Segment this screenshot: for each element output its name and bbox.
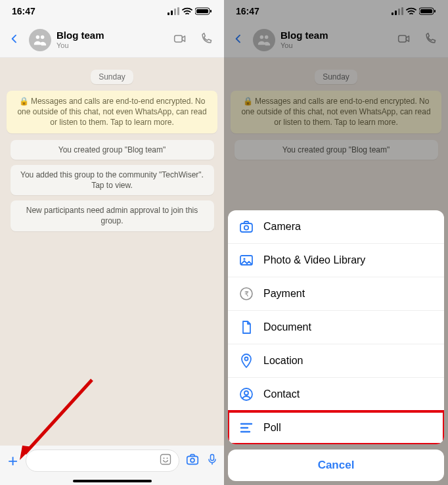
sheet-item-photo[interactable]: Photo & Video Library — [228, 244, 444, 277]
sheet-item-label: Contact — [263, 388, 300, 400]
e2e-notice[interactable]: 🔒 Messages and calls are end-to-end encr… — [7, 91, 217, 133]
sheet-item-document[interactable]: Document — [228, 311, 444, 344]
document-icon — [238, 319, 254, 335]
sheet-item-label: Poll — [263, 422, 281, 434]
video-call-button[interactable] — [171, 32, 189, 48]
back-button[interactable] — [5, 32, 24, 48]
sheet-item-label: Payment — [263, 288, 305, 300]
annotation-arrow — [13, 373, 99, 465]
wifi-icon — [182, 7, 192, 15]
contact-icon — [238, 386, 254, 402]
date-chip: Sunday — [315, 70, 357, 84]
signal-icon — [168, 7, 179, 15]
sheet-item-contact[interactable]: Contact — [228, 378, 444, 411]
chat-header: Blog team You — [0, 22, 224, 58]
status-bar: 16:47 — [224, 0, 448, 22]
voice-call-button — [423, 32, 437, 48]
location-icon — [238, 353, 254, 369]
camera-button[interactable] — [185, 452, 200, 469]
system-message: You created group "Blog team" — [235, 140, 438, 160]
chat-subtitle: You — [280, 41, 395, 49]
video-call-button — [395, 32, 413, 48]
highlight-annotation — [228, 410, 444, 444]
group-avatar — [253, 29, 275, 51]
chat-header: Blog team You — [224, 22, 448, 58]
sheet-item-poll[interactable]: Poll — [228, 411, 444, 444]
chat-body: Sunday 🔒 Messages and calls are end-to-e… — [224, 58, 448, 211]
chat-title: Blog team — [56, 30, 171, 41]
voice-call-button[interactable] — [199, 32, 213, 48]
sheet-item-label: Camera — [263, 221, 301, 233]
status-time: 16:47 — [12, 6, 35, 16]
system-message: You created group "Blog team" — [11, 140, 214, 160]
photo-icon — [238, 252, 254, 268]
chat-title-block[interactable]: Blog team You — [56, 30, 171, 49]
attachment-action-sheet: CameraPhoto & Video LibraryPaymentDocume… — [228, 210, 444, 481]
camera-icon — [238, 219, 254, 235]
screen-before: 16:47 Blog team You Sunday 🔒 Messages an… — [0, 0, 224, 485]
mic-button[interactable] — [206, 452, 219, 469]
wifi-icon — [406, 7, 416, 15]
sheet-item-label: Location — [263, 355, 303, 367]
battery-icon — [195, 7, 212, 15]
signal-icon — [392, 7, 403, 15]
chat-subtitle: You — [56, 41, 171, 49]
status-bar: 16:47 — [0, 0, 224, 22]
e2e-notice: 🔒 Messages and calls are end-to-end encr… — [231, 91, 441, 133]
chat-title: Blog team — [280, 30, 395, 41]
group-avatar[interactable] — [29, 29, 51, 51]
chat-body: Sunday 🔒 Messages and calls are end-to-e… — [0, 58, 224, 283]
sheet-item-camera[interactable]: Camera — [228, 210, 444, 244]
back-button — [229, 32, 248, 48]
sheet-item-location[interactable]: Location — [228, 344, 444, 378]
sheet-item-label: Document — [263, 321, 311, 333]
screen-action-sheet: 16:47 Blog team You Sunday 🔒 Messages an… — [224, 0, 448, 485]
home-indicator — [73, 480, 152, 482]
payment-icon — [238, 286, 254, 302]
chat-title-block: Blog team You — [280, 30, 395, 49]
cancel-button[interactable]: Cancel — [228, 450, 444, 481]
system-message[interactable]: You added this group to the community "T… — [11, 165, 214, 195]
date-chip: Sunday — [91, 70, 133, 84]
system-message: New participants need admin approval to … — [11, 200, 214, 231]
sheet-item-label: Photo & Video Library — [263, 254, 365, 266]
sheet-item-payment[interactable]: Payment — [228, 277, 444, 311]
battery-icon — [419, 7, 436, 15]
sticker-icon[interactable] — [159, 453, 172, 469]
poll-icon — [238, 420, 254, 436]
status-time: 16:47 — [236, 6, 259, 16]
